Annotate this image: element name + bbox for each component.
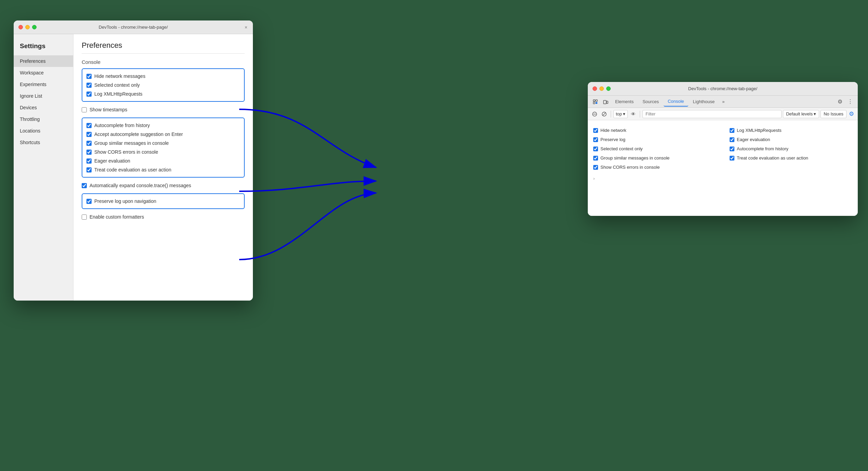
filter-input[interactable] — [642, 110, 782, 118]
checkbox-expand-trace[interactable]: Automatically expand console.trace() mes… — [82, 181, 245, 190]
checkbox-cors-errors[interactable]: Show CORS errors in console — [86, 148, 240, 156]
default-levels-label: Default levels — [786, 111, 813, 116]
checkbox-custom-formatters-input[interactable] — [82, 214, 87, 220]
console-checkbox-cors-input[interactable] — [593, 165, 598, 170]
checkbox-autocomplete-history-label: Autocomplete from history — [94, 123, 150, 128]
checkbox-hide-network-input[interactable] — [86, 74, 92, 79]
sidebar-item-preferences[interactable]: Preferences — [14, 55, 73, 67]
default-levels-arrow: ▾ — [814, 111, 816, 116]
more-tabs-button[interactable]: » — [719, 98, 727, 106]
console-checkbox-eager-eval-input[interactable] — [730, 137, 734, 142]
console-checkbox-log-xml[interactable]: Log XMLHttpRequests — [730, 126, 852, 134]
device-mode-icon[interactable] — [601, 97, 610, 107]
console-checkbox-group-similar[interactable]: Group similar messages in console — [593, 154, 716, 162]
devtools-tabs: Elements Sources Console Lighthouse » ⚙ … — [588, 96, 858, 108]
svg-rect-3 — [596, 102, 597, 104]
console-checkbox-cors-label: Show CORS errors in console — [600, 165, 660, 170]
separator-1 — [611, 111, 611, 117]
checkbox-show-timestamps-input[interactable] — [82, 107, 87, 112]
checkbox-group-similar[interactable]: Group similar messages in console — [86, 139, 240, 148]
checkbox-selected-context-label: Selected context only — [94, 82, 140, 88]
sidebar-item-locations[interactable]: Locations — [14, 125, 73, 137]
close-button[interactable] — [18, 25, 23, 29]
console-checkbox-eager-eval-label: Eager evaluation — [737, 137, 770, 142]
sidebar-item-experiments[interactable]: Experiments — [14, 79, 73, 90]
console-window: DevTools - chrome://new-tab-page/ Elemen… — [588, 82, 858, 216]
checkbox-hide-network[interactable]: Hide network messages — [86, 72, 240, 81]
console-checkbox-treat-code-input[interactable] — [730, 156, 734, 161]
checkbox-cors-errors-input[interactable] — [86, 150, 92, 155]
checkbox-expand-trace-input[interactable] — [82, 183, 87, 188]
checkbox-group-similar-label: Group similar messages in console — [94, 140, 169, 146]
console-checkbox-autocomplete[interactable]: Autocomplete from history — [730, 145, 852, 153]
checkbox-autocomplete-history-input[interactable] — [86, 123, 92, 128]
elements-inspect-icon[interactable] — [591, 97, 600, 107]
checkbox-treat-code-input[interactable] — [86, 167, 92, 172]
console-checkbox-hide-network-input[interactable] — [593, 128, 598, 133]
checkbox-accept-autocomplete-input[interactable] — [86, 132, 92, 137]
console-checkbox-log-xml-input[interactable] — [730, 128, 734, 133]
ban-icon[interactable] — [600, 110, 608, 118]
console-checkbox-group-similar-input[interactable] — [593, 156, 598, 161]
checkbox-group-similar-input[interactable] — [86, 141, 92, 146]
clear-console-icon[interactable] — [591, 110, 599, 118]
console-checkbox-log-xml-label: Log XMLHttpRequests — [737, 128, 782, 133]
checkbox-selected-context[interactable]: Selected context only — [86, 81, 240, 89]
console-checkbox-cors[interactable]: Show CORS errors in console — [593, 163, 716, 171]
more-options-icon[interactable]: ⋮ — [845, 97, 855, 107]
console-checkbox-hide-network-label: Hide network — [600, 128, 626, 133]
console-checkbox-autocomplete-input[interactable] — [730, 147, 734, 151]
sidebar-item-devices[interactable]: Devices — [14, 102, 73, 113]
console-checkbox-autocomplete-label: Autocomplete from history — [737, 146, 788, 151]
console-checkbox-preserve-log-input[interactable] — [593, 137, 598, 142]
checkbox-show-timestamps[interactable]: Show timestamps — [82, 105, 245, 114]
top-dropdown[interactable]: top ▾ — [613, 110, 628, 118]
console-traffic-lights — [593, 86, 611, 91]
checkbox-accept-autocomplete[interactable]: Accept autocomplete suggestion on Enter — [86, 130, 240, 139]
console-minimize-button[interactable] — [599, 86, 604, 91]
checkbox-preserve-log-input[interactable] — [86, 199, 92, 204]
tab-elements[interactable]: Elements — [611, 97, 638, 106]
sidebar-item-workspace[interactable]: Workspace — [14, 67, 73, 79]
settings-sidebar: Settings Preferences Workspace Experimen… — [14, 34, 73, 301]
tab-console[interactable]: Console — [664, 97, 688, 107]
checkbox-selected-context-input[interactable] — [86, 83, 92, 88]
sidebar-item-shortcuts[interactable]: Shortcuts — [14, 137, 73, 148]
checkbox-eager-eval[interactable]: Eager evaluation — [86, 156, 240, 165]
tab-lighthouse[interactable]: Lighthouse — [689, 97, 719, 106]
checkbox-log-xml[interactable]: Log XMLHttpRequests — [86, 89, 240, 98]
default-levels-button[interactable]: Default levels ▾ — [783, 110, 819, 118]
settings-icon[interactable]: ⚙ — [835, 97, 845, 107]
checkbox-log-xml-input[interactable] — [86, 92, 92, 97]
checkbox-autocomplete-history[interactable]: Autocomplete from history — [86, 121, 240, 130]
svg-rect-1 — [596, 100, 597, 101]
console-maximize-button[interactable] — [606, 86, 611, 91]
console-checkbox-hide-network[interactable]: Hide network — [593, 126, 716, 134]
maximize-button[interactable] — [32, 25, 37, 29]
console-checkbox-selected-context[interactable]: Selected context only — [593, 145, 716, 153]
checkbox-treat-code[interactable]: Treat code evaluation as user action — [86, 165, 240, 174]
checkbox-show-timestamps-label: Show timestamps — [90, 107, 127, 112]
checkbox-cors-errors-label: Show CORS errors in console — [94, 149, 158, 155]
console-checkbox-eager-eval[interactable]: Eager evaluation — [730, 136, 852, 143]
console-checkbox-selected-context-input[interactable] — [593, 147, 598, 151]
close-x-icon[interactable]: × — [245, 25, 247, 30]
checkbox-eager-eval-input[interactable] — [86, 158, 92, 164]
sidebar-item-throttling[interactable]: Throttling — [14, 113, 73, 125]
checkbox-custom-formatters[interactable]: Enable custom formatters — [82, 212, 245, 221]
console-checkbox-preserve-log[interactable]: Preserve log — [593, 136, 716, 143]
console-close-button[interactable] — [593, 86, 597, 91]
tab-sources[interactable]: Sources — [638, 97, 663, 106]
console-content: Hide network Log XMLHttpRequests Preserv… — [588, 120, 858, 216]
console-checkbox-treat-code[interactable]: Treat code evaluation as user action — [730, 154, 852, 162]
console-prompt-row: › — [593, 172, 852, 181]
sidebar-item-ignore-list[interactable]: Ignore List — [14, 90, 73, 102]
console-checkbox-preserve-log-label: Preserve log — [600, 137, 625, 142]
minimize-button[interactable] — [25, 25, 30, 29]
console-settings-icon[interactable]: ⚙ — [848, 109, 855, 119]
checkbox-preserve-log[interactable]: Preserve log upon navigation — [86, 197, 240, 206]
eye-icon[interactable]: 👁 — [629, 110, 637, 118]
console-window-title: DevTools - chrome://new-tab-page/ — [688, 86, 757, 91]
no-issues-button[interactable]: No Issues — [820, 110, 846, 118]
console-group-3: Preserve log upon navigation — [82, 193, 245, 209]
